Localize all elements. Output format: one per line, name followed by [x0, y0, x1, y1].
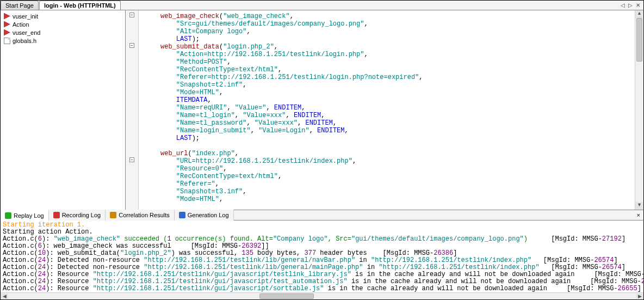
tab-label: Recording Log [62, 212, 101, 218]
tab-close-icon[interactable]: ✕ [636, 2, 640, 8]
code-editor[interactable]: web_image_check("web_image_check", "Src=… [139, 10, 635, 210]
tree-item-label: vuser_init [13, 13, 38, 20]
tab-login-web[interactable]: login - Web (HTTP/HTML) [39, 1, 121, 10]
script-tree[interactable]: vuser_init Action vuser_end globals.h [1, 10, 126, 210]
tab-recording-log[interactable]: Recording Log [49, 210, 106, 221]
generation-log-icon [179, 212, 185, 218]
fold-icon[interactable]: − [129, 13, 134, 17]
tree-item-label: Action [13, 21, 29, 28]
tree-item-vuser-init[interactable]: vuser_init [3, 12, 123, 20]
correlation-icon [110, 212, 116, 218]
file-icon [4, 38, 10, 44]
editor-vertical-scrollbar[interactable]: ▲ ▼ [635, 10, 643, 210]
tab-label: Generation Log [188, 212, 229, 218]
tree-item-label: vuser_end [13, 29, 40, 36]
tab-nav-next-icon[interactable]: ▷ [628, 2, 633, 8]
tab-generation-log[interactable]: Generation Log [175, 210, 234, 221]
tab-nav-prev-icon[interactable]: ◁ [621, 2, 625, 8]
tab-replay-log[interactable]: Replay Log [1, 210, 49, 221]
tree-item-label: globals.h [13, 38, 36, 44]
scroll-thumb[interactable] [636, 18, 642, 62]
document-tabs: Start Page login - Web (HTTP/HTML) ◁ ▷ ✕ [1, 1, 643, 10]
scroll-thumb[interactable] [259, 293, 314, 299]
tab-label: Correlation Results [119, 212, 170, 218]
fold-icon[interactable]: − [129, 157, 134, 162]
action-icon [4, 29, 10, 36]
scroll-up-icon[interactable]: ▲ [635, 10, 643, 18]
action-icon [4, 13, 10, 20]
tree-item-action[interactable]: Action [3, 20, 123, 28]
replay-log-output[interactable]: Starting iteration 1. Starting action Ac… [1, 221, 643, 292]
tree-item-vuser-end[interactable]: vuser_end [3, 28, 123, 36]
tree-item-globals[interactable]: globals.h [3, 36, 123, 45]
recording-log-icon [53, 212, 60, 218]
replay-log-icon [5, 212, 11, 219]
scroll-down-icon[interactable]: ▼ [635, 202, 643, 210]
tab-correlation-results[interactable]: Correlation Results [106, 210, 175, 221]
tab-start-page[interactable]: Start Page [1, 1, 39, 10]
tab-label: Replay Log [14, 212, 44, 219]
fold-icon[interactable]: − [129, 43, 134, 48]
output-tabs: Replay Log Recording Log Correlation Res… [1, 210, 643, 221]
scroll-right-icon[interactable]: ▶ [636, 293, 643, 299]
log-horizontal-scrollbar[interactable]: ◀ ▶ [1, 292, 643, 299]
action-icon [4, 21, 10, 28]
editor-gutter: − − − [126, 10, 139, 210]
panel-close-icon[interactable]: × [634, 212, 643, 218]
scroll-left-icon[interactable]: ◀ [1, 293, 8, 299]
